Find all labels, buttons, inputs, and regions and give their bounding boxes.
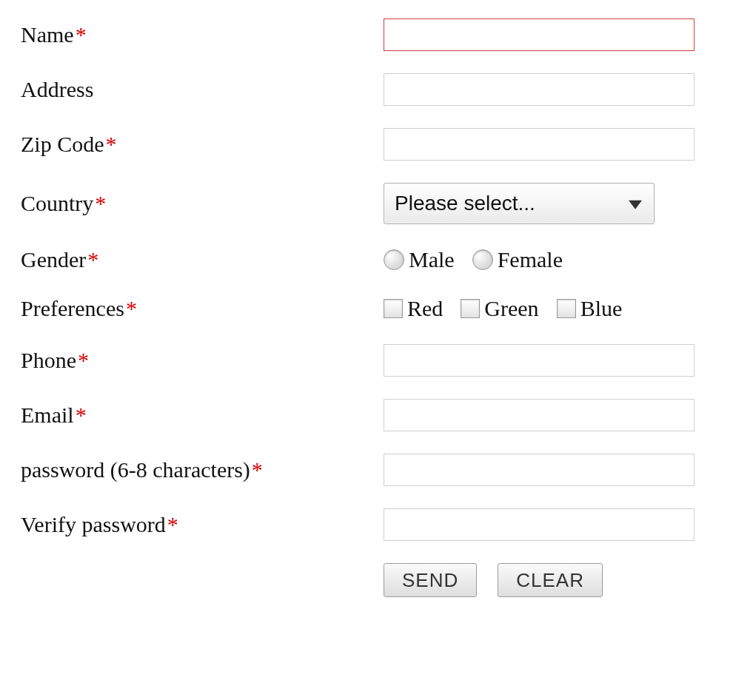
radio-icon — [472, 249, 493, 270]
checkbox-icon — [384, 299, 403, 318]
label-email: Email * — [21, 402, 384, 428]
gender-male-label: Male — [409, 247, 455, 272]
pref-green-label: Green — [484, 296, 538, 321]
zip-input[interactable] — [384, 128, 695, 161]
required-mark: * — [76, 402, 87, 428]
pref-option-green[interactable]: Green — [461, 296, 538, 321]
row-password: password (6-8 characters) * — [21, 454, 732, 486]
label-password-text: password (6-8 characters) — [21, 457, 250, 483]
row-gender: Gender * Male Female — [21, 246, 732, 273]
row-name: Name * — [21, 18, 732, 51]
required-mark: * — [95, 190, 106, 217]
required-mark: * — [167, 511, 178, 538]
country-select-value: Please select... — [395, 192, 535, 215]
phone-input[interactable] — [384, 344, 695, 377]
required-mark: * — [126, 295, 137, 322]
label-address-text: Address — [21, 76, 93, 103]
pref-red-label: Red — [407, 296, 443, 321]
row-buttons: SEND CLEAR — [21, 563, 732, 597]
registration-form: Name * Address Zip Code * Country * — [21, 18, 732, 597]
required-mark: * — [78, 347, 89, 374]
label-preferences-text: Preferences — [21, 295, 124, 322]
checkbox-icon — [461, 299, 480, 318]
label-zip-text: Zip Code — [21, 131, 104, 158]
verify-password-input[interactable] — [384, 508, 695, 541]
clear-button[interactable]: CLEAR — [498, 563, 603, 597]
label-verify-text: Verify password — [21, 511, 166, 538]
email-input[interactable] — [384, 399, 695, 431]
label-preferences: Preferences * — [21, 295, 384, 322]
required-mark: * — [76, 21, 87, 48]
label-name: Name * — [21, 21, 384, 48]
label-country: Country * — [21, 190, 384, 217]
row-preferences: Preferences * Red Green Blue — [21, 295, 732, 322]
label-gender-text: Gender — [21, 246, 86, 273]
required-mark: * — [252, 457, 263, 483]
label-email-text: Email — [21, 402, 74, 428]
label-phone: Phone * — [21, 347, 384, 374]
label-name-text: Name — [21, 21, 74, 48]
send-button[interactable]: SEND — [384, 563, 477, 597]
row-address: Address — [21, 73, 732, 106]
country-select[interactable]: Please select... — [384, 183, 655, 224]
row-verify: Verify password * — [21, 508, 732, 541]
required-mark: * — [106, 131, 117, 158]
radio-icon — [384, 249, 404, 270]
row-phone: Phone * — [21, 344, 732, 377]
gender-option-female[interactable]: Female — [472, 247, 563, 272]
label-verify: Verify password * — [21, 511, 384, 538]
label-zip: Zip Code * — [21, 131, 384, 158]
pref-blue-label: Blue — [580, 296, 623, 321]
pref-option-red[interactable]: Red — [384, 296, 443, 321]
chevron-down-icon — [629, 201, 642, 209]
row-country: Country * Please select... — [21, 183, 732, 224]
pref-option-blue[interactable]: Blue — [557, 296, 623, 321]
label-country-text: Country — [21, 190, 93, 217]
label-address: Address — [21, 76, 384, 103]
gender-option-male[interactable]: Male — [384, 247, 455, 272]
gender-female-label: Female — [498, 247, 563, 272]
row-email: Email * — [21, 399, 732, 431]
name-input[interactable] — [384, 18, 695, 51]
address-input[interactable] — [384, 73, 695, 106]
label-password: password (6-8 characters) * — [21, 457, 384, 483]
password-input[interactable] — [384, 454, 695, 486]
required-mark: * — [87, 246, 98, 273]
label-phone-text: Phone — [21, 347, 76, 374]
row-zip: Zip Code * — [21, 128, 732, 161]
checkbox-icon — [557, 299, 576, 318]
label-gender: Gender * — [21, 246, 384, 273]
